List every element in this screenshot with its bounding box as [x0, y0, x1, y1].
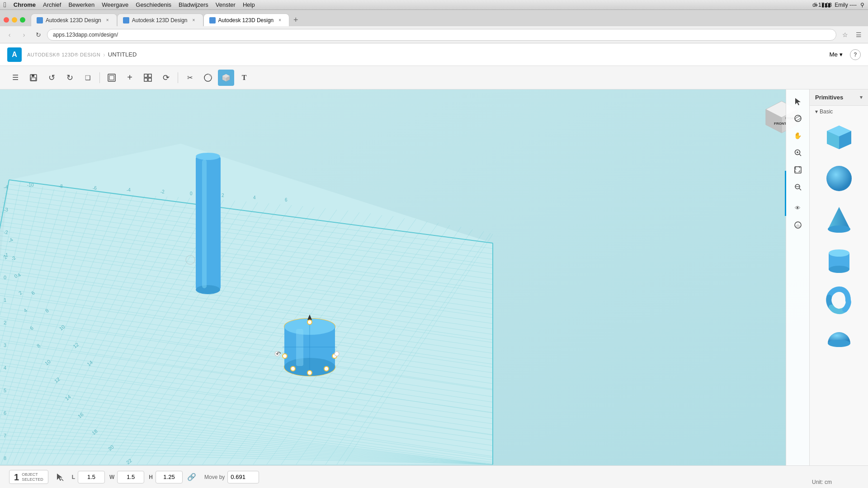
browser-tab-3[interactable]: Autodesk 123D Design × — [203, 14, 290, 26]
header-right: Me ▾ ? — [826, 49, 861, 60]
cone-shape-icon — [823, 203, 855, 235]
zoom-extents-icon — [794, 183, 802, 191]
primitives-panel-header: Primitives ▾ — [810, 89, 868, 106]
svg-line-181 — [799, 154, 801, 156]
select-arrow-icon — [794, 97, 802, 105]
url-bar[interactable]: apps.123dapp.com/design/ — [47, 29, 836, 41]
add-tool-btn[interactable]: + — [122, 70, 138, 86]
text-icon: T — [242, 74, 247, 82]
search-icon[interactable]: ⚲ — [860, 2, 864, 8]
apple-menu[interactable]:  — [4, 1, 6, 9]
user-chevron-icon: ▾ — [840, 51, 843, 58]
svg-rect-149 — [196, 156, 221, 290]
svg-rect-8 — [148, 78, 151, 81]
primitive-box[interactable] — [810, 117, 868, 158]
tall-cylinder-object[interactable] — [196, 153, 221, 294]
svg-point-163 — [307, 371, 312, 375]
bookmark-button[interactable]: ☆ — [839, 29, 851, 41]
save-icon — [29, 74, 38, 82]
panel-header-chevron-icon[interactable]: ▾ — [860, 94, 863, 100]
bottom-status-bar: 1 OBJECT SELECTED L W — [0, 465, 868, 488]
selected-text: OBJECT SELECTED — [22, 472, 43, 482]
menu-bladwijzers[interactable]: Bladwijzers — [179, 1, 208, 8]
menu-weergave[interactable]: Weergave — [102, 1, 128, 8]
browser-tab-1[interactable]: Autodesk 123D Design × — [31, 14, 117, 26]
tab-bar: Autodesk 123D Design × Autodesk 123D Des… — [0, 10, 868, 26]
menu-venster[interactable]: Venster — [216, 1, 236, 8]
tab-favicon-2 — [123, 17, 129, 23]
refresh-tool-btn[interactable]: ⟳ — [158, 70, 174, 86]
tab-close-3[interactable]: × — [276, 17, 283, 24]
window-minimize-btn[interactable] — [12, 17, 17, 23]
ruler-label-4: 4 — [4, 365, 6, 371]
solid-tool-btn[interactable] — [218, 70, 234, 86]
basic-section-header[interactable]: ▾ Basic — [810, 106, 868, 117]
tab-close-2[interactable]: × — [190, 17, 198, 24]
chrome-menu-button[interactable]: ☰ — [853, 29, 864, 41]
lock-proportions-icon[interactable]: 🔗 — [187, 473, 196, 481]
viewport-svg: -4 -3 -2 -1 0 1 2 3 4 5 6 7 8 — [0, 89, 809, 465]
menu-help[interactable]: Help — [243, 1, 255, 8]
text-tool-btn[interactable]: T — [236, 70, 252, 86]
forward-button[interactable]: › — [18, 29, 30, 41]
reload-button[interactable]: ↻ — [33, 29, 44, 41]
fit-screen-btn[interactable] — [790, 162, 806, 178]
move-by-input[interactable] — [227, 471, 259, 483]
primitive-torus[interactable] — [810, 280, 868, 321]
frame-tool-btn[interactable] — [104, 70, 120, 86]
material-btn[interactable] — [790, 217, 806, 233]
window-close-btn[interactable] — [4, 17, 9, 23]
redo-tool-btn[interactable]: ↻ — [61, 70, 78, 86]
transform-tool-btn[interactable] — [140, 70, 156, 86]
zoom-extents-btn[interactable] — [790, 179, 806, 195]
primitive-hemisphere[interactable] — [810, 321, 868, 361]
svg-rect-4 — [109, 75, 114, 80]
copy-tool-btn[interactable]: ❑ — [80, 70, 96, 86]
primitive-cylinder[interactable] — [810, 239, 868, 280]
help-button[interactable]: ? — [850, 49, 861, 60]
user-menu-button[interactable]: Me ▾ — [826, 49, 846, 60]
tab-close-1[interactable]: × — [104, 17, 111, 24]
primitive-cone[interactable] — [810, 199, 868, 239]
primitives-title: Primitives — [815, 94, 843, 101]
menu-bewerken[interactable]: Bewerken — [68, 1, 94, 8]
save-tool-btn[interactable] — [25, 70, 42, 86]
selection-tool-indicator[interactable] — [53, 470, 67, 484]
svg-line-186 — [799, 188, 801, 190]
orbit-tool-btn[interactable] — [790, 110, 806, 127]
material-icon — [794, 221, 802, 229]
tab-favicon-1 — [37, 17, 43, 23]
dim-h-input[interactable] — [156, 471, 183, 483]
zoom-tool-btn[interactable] — [790, 145, 806, 161]
dim-w-input[interactable] — [117, 471, 144, 483]
dim-l-input[interactable] — [78, 471, 105, 483]
3d-viewport[interactable]: -4 -3 -2 -1 0 1 2 3 4 5 6 7 8 — [0, 89, 809, 465]
menu-geschiedenis[interactable]: Geschiedenis — [136, 1, 171, 8]
pan-tool-btn[interactable]: ✋ — [790, 127, 806, 144]
svg-point-162 — [307, 320, 312, 324]
svg-point-195 — [828, 225, 850, 233]
view-mode-btn[interactable]: 👁 — [790, 200, 806, 216]
new-tab-button[interactable]: + — [289, 14, 302, 26]
undo-icon: ↺ — [48, 73, 55, 83]
menu-tool-btn[interactable]: ☰ — [7, 70, 24, 86]
undo-tool-btn[interactable]: ↺ — [43, 70, 60, 86]
browser-tab-2[interactable]: Autodesk 123D Design × — [117, 14, 203, 26]
basic-section-chevron-icon: ▾ — [815, 108, 818, 115]
menu-archief[interactable]: Archief — [43, 1, 61, 8]
pan-icon: ✋ — [794, 132, 802, 139]
box-shape-icon — [823, 122, 855, 154]
modify-tool-btn[interactable] — [200, 70, 216, 86]
menu-chrome[interactable]: Chrome — [14, 1, 36, 8]
primitive-sphere[interactable] — [810, 158, 868, 199]
select-tool-btn[interactable] — [790, 93, 806, 109]
copy-icon: ❑ — [85, 74, 91, 81]
basic-section-label: Basic — [820, 108, 833, 115]
tab-title-3: Autodesk 123D Design — [218, 17, 274, 23]
ruler-label-0: 0 — [4, 275, 6, 280]
cut-tool-btn[interactable]: ✂ — [182, 70, 198, 86]
back-button[interactable]: ‹ — [4, 29, 15, 41]
window-maximize-btn[interactable] — [20, 17, 25, 23]
svg-rect-152 — [202, 160, 207, 288]
toolbar-separator-2 — [178, 72, 178, 83]
